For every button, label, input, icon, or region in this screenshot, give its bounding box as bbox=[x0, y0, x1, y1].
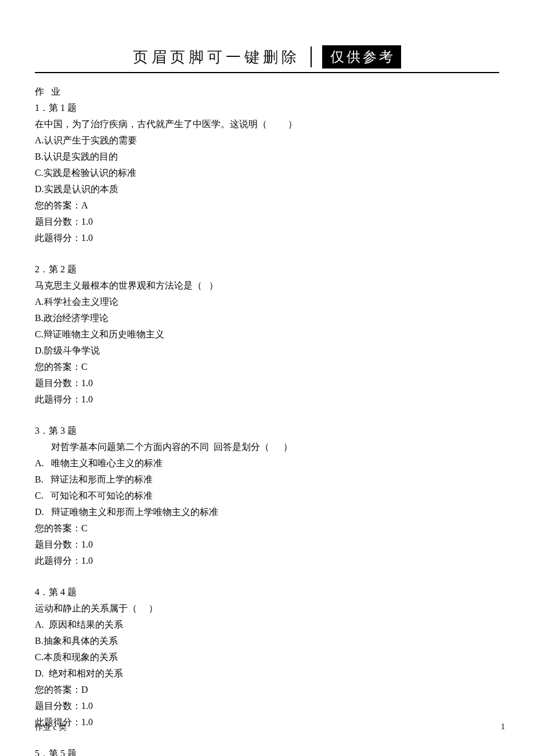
question-block: 2．第 2 题 马克思主义最根本的世界观和方法论是（ ） A.科学社会主义理论 … bbox=[35, 261, 499, 408]
page: 页眉页脚可一键删除 仅供参考 作 业 1．第 1 题 在中国，为了治疗疾病，古代… bbox=[0, 0, 534, 756]
question-stem: 在中国，为了治疗疾病，古代就产生了中医学。这说明（ ） bbox=[35, 116, 499, 132]
question-option: C.实践是检验认识的标准 bbox=[35, 165, 499, 181]
question-number: 3．第 3 题 bbox=[35, 423, 499, 439]
answer-line: 您的答案：D bbox=[35, 682, 499, 698]
question-number: 5．第 5 题 bbox=[35, 746, 499, 756]
question-number: 2．第 2 题 bbox=[35, 261, 499, 278]
question-stem: 对哲学基本问题第二个方面内容的不同 回答是划分（ ） bbox=[35, 439, 499, 455]
header-left-text: 页眉页脚可一键删除 bbox=[133, 47, 300, 67]
question-option: D.阶级斗争学说 bbox=[35, 343, 499, 359]
question-option: D. 辩证唯物主义和形而上学唯物主义的标准 bbox=[35, 504, 499, 520]
block-gap bbox=[35, 569, 499, 584]
header-badge: 仅供参考 bbox=[322, 45, 401, 69]
block-gap bbox=[35, 408, 499, 423]
question-block: 1．第 1 题 在中国，为了治疗疾病，古代就产生了中医学。这说明（ ） A.认识… bbox=[35, 100, 499, 246]
block-gap bbox=[35, 246, 499, 261]
question-option: A.认识产生于实践的需要 bbox=[35, 132, 499, 149]
got-line: 此题得分：1.0 bbox=[35, 553, 499, 569]
question-option: C.辩证唯物主义和历史唯物主义 bbox=[35, 326, 499, 343]
score-line: 题目分数：1.0 bbox=[35, 537, 499, 553]
question-stem: 运动和静止的关系属于（ ） bbox=[35, 600, 499, 617]
content-body: 作 业 1．第 1 题 在中国，为了治疗疾病，古代就产生了中医学。这说明（ ） … bbox=[35, 84, 499, 756]
question-block: 3．第 3 题 对哲学基本问题第二个方面内容的不同 回答是划分（ ） A. 唯物… bbox=[35, 423, 499, 569]
got-line: 此题得分：1.0 bbox=[35, 391, 499, 408]
question-option: C.本质和现象的关系 bbox=[35, 649, 499, 665]
answer-line: 您的答案：A bbox=[35, 197, 499, 214]
score-line: 题目分数：1.0 bbox=[35, 698, 499, 714]
score-line: 题目分数：1.0 bbox=[35, 375, 499, 391]
answer-line: 您的答案：C bbox=[35, 359, 499, 375]
question-stem: 马克思主义最根本的世界观和方法论是（ ） bbox=[35, 278, 499, 294]
question-block: 5．第 5 题 “机不可失，时不再来”说的是（） bbox=[35, 746, 499, 756]
answer-line: 您的答案：C bbox=[35, 520, 499, 537]
page-footer: 作业 c 类 1 bbox=[35, 722, 505, 733]
score-line: 题目分数：1.0 bbox=[35, 214, 499, 230]
question-option: B.抽象和具体的关系 bbox=[35, 633, 499, 649]
question-option: D. 绝对和相对的关系 bbox=[35, 665, 499, 682]
question-option: A.科学社会主义理论 bbox=[35, 294, 499, 310]
question-option: C. 可知论和不可知论的标准 bbox=[35, 488, 499, 504]
question-block: 4．第 4 题 运动和静止的关系属于（ ） A. 原因和结果的关系 B.抽象和具… bbox=[35, 584, 499, 730]
section-title: 作 业 bbox=[35, 84, 499, 100]
footer-page-number: 1 bbox=[501, 722, 505, 733]
question-option: D.实践是认识的本质 bbox=[35, 181, 499, 197]
footer-left: 作业 c 类 bbox=[35, 722, 67, 733]
question-option: A. 原因和结果的关系 bbox=[35, 617, 499, 633]
got-line: 此题得分：1.0 bbox=[35, 230, 499, 246]
question-option: B. 辩证法和形而上学的标准 bbox=[35, 471, 499, 488]
page-header: 页眉页脚可一键删除 仅供参考 bbox=[35, 45, 499, 69]
question-number: 1．第 1 题 bbox=[35, 100, 499, 116]
question-option: B.政治经济学理论 bbox=[35, 310, 499, 326]
question-option: B.认识是实践的目的 bbox=[35, 149, 499, 165]
question-number: 4．第 4 题 bbox=[35, 584, 499, 600]
header-rule bbox=[35, 72, 499, 73]
question-option: A. 唯物主义和唯心主义的标准 bbox=[35, 455, 499, 471]
header-divider bbox=[311, 46, 312, 67]
